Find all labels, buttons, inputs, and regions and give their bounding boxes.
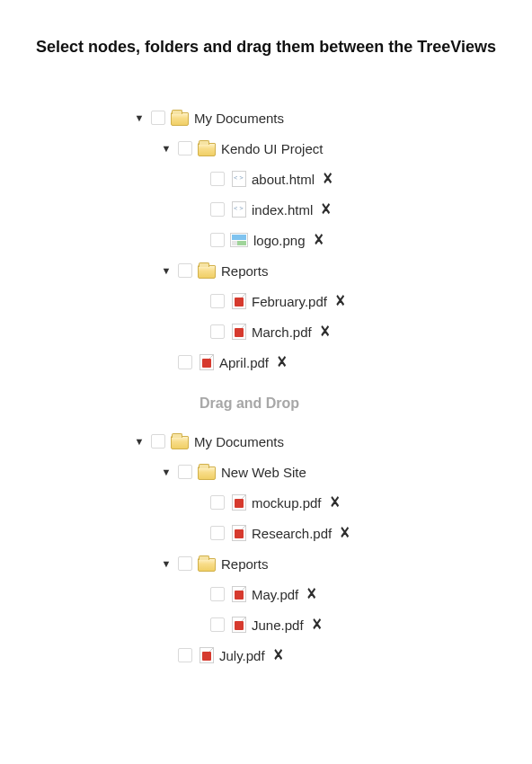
indent-spacer [192,173,205,185]
tree-node-label[interactable]: New Web Site [221,465,306,480]
indent-spacer [192,234,205,246]
tree-node-label[interactable]: June.pdf [252,617,304,633]
tree-node-label[interactable]: April.pdf [219,355,269,370]
delete-button[interactable]: ✕ [311,615,322,635]
indent-spacer [192,325,205,338]
html-file-icon [232,201,246,218]
tree-node-label[interactable]: February.pdf [252,294,327,309]
pdf-file-icon [232,494,246,511]
checkbox[interactable] [178,648,192,662]
expand-toggle[interactable]: ▼ [133,111,146,124]
checkbox[interactable] [178,465,192,479]
pdf-file-icon [200,354,214,370]
expand-toggle[interactable]: ▼ [160,264,173,277]
checkbox[interactable] [210,526,225,540]
checkbox[interactable] [151,111,165,125]
pdf-file-icon [232,586,246,602]
folder-icon [198,558,216,572]
delete-button[interactable]: ✕ [277,352,288,373]
delete-button[interactable]: ✕ [340,523,350,544]
indent-spacer [160,356,173,369]
delete-button[interactable]: ✕ [272,645,283,666]
folder-icon [198,466,216,480]
tree-node-label[interactable]: My Documents [194,111,284,126]
indent-spacer [160,649,173,662]
indent-spacer [192,203,205,216]
delete-button[interactable]: ✕ [319,322,330,342]
tree-node-label[interactable]: about.html [252,172,315,187]
indent-spacer [192,527,205,539]
expand-toggle[interactable]: ▼ [133,435,146,448]
checkbox[interactable] [210,172,225,186]
checkbox[interactable] [178,141,192,155]
indent-spacer [192,588,205,600]
tree-node-label[interactable]: Reports [221,556,269,572]
checkbox[interactable] [210,202,225,217]
checkbox[interactable] [210,324,225,339]
expand-toggle[interactable]: ▼ [160,466,173,478]
html-file-icon [232,171,246,187]
checkbox[interactable] [178,263,192,278]
checkbox[interactable] [210,495,225,510]
treeview-1[interactable]: ▼ My Documents ▼ Kendo UI Project about.… [133,102,457,671]
tree-node-label[interactable]: Kendo UI Project [221,141,323,156]
delete-button[interactable]: ✕ [335,291,346,312]
checkbox[interactable] [210,294,225,308]
expand-toggle[interactable]: ▼ [160,557,173,570]
delete-button[interactable]: ✕ [306,584,317,605]
expand-toggle[interactable]: ▼ [160,142,173,155]
checkbox[interactable] [178,556,192,571]
folder-icon [171,436,189,449]
folder-icon [171,112,189,126]
tree-node-label[interactable]: March.pdf [252,324,312,340]
pdf-file-icon [232,617,246,633]
delete-button[interactable]: ✕ [329,493,340,513]
folder-icon [198,143,216,156]
drag-drop-separator: Drag and Drop [200,395,457,412]
image-file-icon [230,233,248,247]
checkbox[interactable] [210,233,225,247]
tree-node-label[interactable]: Reports [221,263,269,279]
tree-node-label[interactable]: logo.png [253,233,306,248]
tree-node-label[interactable]: index.html [252,202,313,218]
indent-spacer [192,618,205,631]
delete-button[interactable]: ✕ [323,169,333,190]
tree-node-label[interactable]: My Documents [194,434,284,449]
indent-spacer [192,496,205,509]
checkbox[interactable] [210,617,225,632]
pdf-file-icon [232,293,246,309]
checkbox[interactable] [178,355,192,369]
pdf-file-icon [200,647,214,663]
delete-button[interactable]: ✕ [321,200,332,220]
pdf-file-icon [232,324,246,340]
page-title: Select nodes, folders and drag them betw… [18,36,514,58]
delete-button[interactable]: ✕ [313,230,324,251]
indent-spacer [192,295,205,307]
tree-node-label[interactable]: July.pdf [219,648,265,663]
checkbox[interactable] [210,587,225,601]
checkbox[interactable] [151,434,165,449]
pdf-file-icon [232,525,246,541]
tree-node-label[interactable]: May.pdf [252,587,298,602]
folder-icon [198,265,216,279]
tree-node-label[interactable]: Research.pdf [252,526,332,541]
tree-node-label[interactable]: mockup.pdf [252,495,322,511]
